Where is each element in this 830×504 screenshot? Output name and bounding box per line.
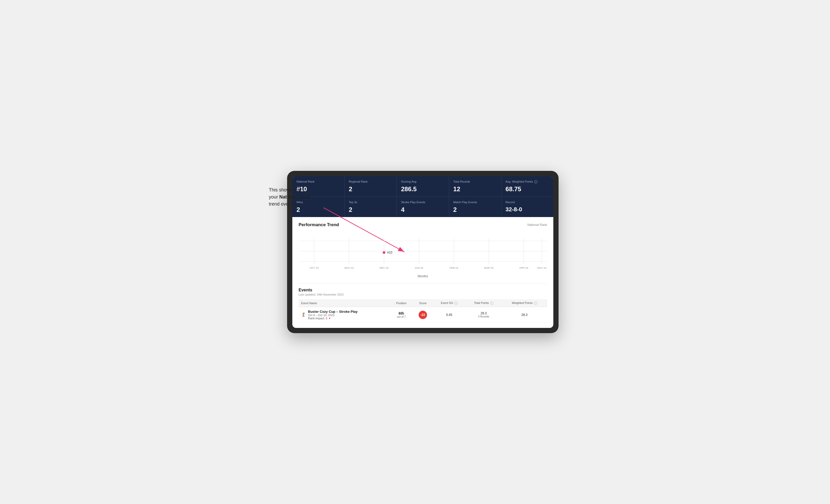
stat-total-rounds-value: 12 (453, 186, 497, 193)
chart-data-label: #10 (387, 251, 392, 254)
events-table: Event Name Position Score Event SG (298, 299, 547, 323)
stat-scoring-avg-label: Scoring Avg. (401, 180, 445, 183)
event-date: Oct 9 – Oct 10, 2023 (308, 313, 358, 317)
event-position-cell: 6th out of 7 (390, 307, 413, 323)
chart-x-label-7: MAY 24 (537, 267, 547, 269)
tooltip-text3: trend over time (269, 201, 300, 207)
events-table-body: 🏌️ Buster Cozy Cup – Stroke Play Oct 9 –… (298, 307, 547, 323)
info-icon-weighted-points[interactable]: i (534, 302, 537, 305)
col-weighted-points: Weighted Points i (502, 299, 547, 307)
performance-trend-subtitle: National Rank (528, 223, 547, 227)
tablet-screen: National Rank #10 Regional Rank 2 Scorin… (292, 176, 553, 328)
event-score-badge: -22 (419, 311, 427, 319)
chart-x-label-4: FEB 24 (449, 267, 458, 269)
events-title: Events (298, 288, 547, 293)
scene: This shows you your National Rank trend … (272, 171, 558, 333)
stat-record-label: Record (506, 200, 549, 204)
events-section: Events Last updated: 24th November 2023 … (298, 283, 547, 323)
tooltip-text2: your (269, 194, 279, 200)
chart-data-point (383, 251, 385, 254)
performance-chart: #10 OCT 23 NOV 23 DEC 23 JAN 24 FEB 24 M… (298, 232, 547, 273)
stats-grid-row2: Wins 2 Top 3s 2 Stroke Play Events 4 Mat… (292, 196, 553, 217)
chart-x-label-3: JAN 24 (415, 267, 423, 269)
performance-trend-title: Performance Trend (298, 222, 339, 228)
stat-top3s-value: 2 (349, 206, 392, 213)
stat-scoring-avg: Scoring Avg. 286.5 (397, 176, 449, 196)
stat-match-play-label: Match Play Events (453, 200, 497, 204)
chart-x-label-0: OCT 23 (310, 267, 319, 269)
event-position: 6th (392, 311, 410, 315)
event-total-points-sub: 3 Rounds (468, 315, 499, 318)
tooltip-text: This shows you (269, 187, 301, 193)
chart-x-label-2: DEC 23 (380, 267, 389, 269)
stat-avg-weighted: Avg. Weighted Points i 68.75 (501, 176, 553, 196)
stat-scoring-avg-value: 286.5 (401, 186, 445, 193)
stat-national-rank-label: National Rank (296, 180, 340, 183)
stat-top3s: Top 3s 2 (345, 197, 396, 217)
stat-stroke-play-label: Stroke Play Events (401, 200, 445, 204)
stat-total-rounds: Total Rounds 12 (449, 176, 501, 196)
info-icon-avg-weighted[interactable]: i (534, 180, 537, 183)
stat-avg-weighted-value: 68.75 (506, 186, 549, 193)
stat-stroke-play: Stroke Play Events 4 (397, 197, 449, 217)
events-table-header-row: Event Name Position Score Event SG (298, 299, 547, 307)
event-name: Buster Cozy Cup – Stroke Play (308, 310, 358, 313)
col-event-name: Event Name (298, 299, 390, 307)
event-name-cell: 🏌️ Buster Cozy Cup – Stroke Play Oct 9 –… (298, 307, 390, 323)
table-row: 🏌️ Buster Cozy Cup – Stroke Play Oct 9 –… (298, 307, 547, 323)
events-last-updated: Last updated: 24th November 2023 (298, 293, 547, 296)
event-sg-cell: 0.45 (433, 307, 466, 323)
chart-svg: #10 OCT 23 NOV 23 DEC 23 JAN 24 FEB 24 M… (298, 232, 547, 273)
chart-x-axis-label: Months (298, 274, 547, 278)
stat-regional-rank: Regional Rank 2 (345, 176, 396, 196)
event-position-sub: out of 7 (392, 315, 410, 318)
event-score-cell: -22 (413, 307, 433, 323)
col-total-points: Total Points i (466, 299, 502, 307)
col-event-sg: Event SG i (433, 299, 466, 307)
stat-record: Record 32-8-0 (501, 197, 553, 217)
col-position: Position (390, 299, 413, 307)
chevron-down-icon: ▼ (328, 317, 331, 320)
col-score: Score (413, 299, 433, 307)
tablet-frame: National Rank #10 Regional Rank 2 Scorin… (287, 171, 558, 333)
event-total-points-cell: 28.3 3 Rounds (466, 307, 502, 323)
content-area: Performance Trend National Rank (292, 217, 553, 328)
event-weighted-points-value: 28.3 (521, 313, 528, 317)
chart-x-label-1: NOV 23 (345, 267, 354, 269)
stat-regional-rank-label: Regional Rank (349, 180, 392, 183)
stat-record-value: 32-8-0 (506, 206, 549, 213)
info-icon-event-sg[interactable]: i (454, 302, 457, 305)
info-icon-total-points[interactable]: i (490, 302, 493, 305)
tooltip-highlight: National Rank (279, 194, 311, 200)
event-total-points-value: 28.3 (468, 311, 499, 315)
rank-impact-label: Rank Impact: 3 (308, 317, 327, 320)
stat-regional-rank-value: 2 (349, 186, 392, 193)
rank-impact-row: Rank Impact: 3 ▼ (308, 317, 358, 320)
events-table-head: Event Name Position Score Event SG (298, 299, 547, 307)
stat-total-rounds-label: Total Rounds (453, 180, 497, 183)
stat-match-play: Match Play Events 2 (449, 197, 501, 217)
golf-icon: 🏌️ (301, 312, 307, 317)
event-sg-value: 0.45 (446, 313, 452, 317)
stat-top3s-label: Top 3s (349, 200, 392, 204)
performance-trend-header: Performance Trend National Rank (298, 222, 547, 228)
stats-grid-row1: National Rank #10 Regional Rank 2 Scorin… (292, 176, 553, 196)
stat-stroke-play-value: 4 (401, 206, 445, 213)
tooltip: This shows you your National Rank trend … (269, 187, 321, 208)
event-weighted-points-cell: 28.3 (502, 307, 547, 323)
chart-x-label-6: APR 24 (519, 267, 529, 269)
chart-x-label-5: MAR 24 (484, 267, 493, 269)
stat-match-play-value: 2 (453, 206, 497, 213)
stat-avg-weighted-label: Avg. Weighted Points i (506, 180, 549, 183)
